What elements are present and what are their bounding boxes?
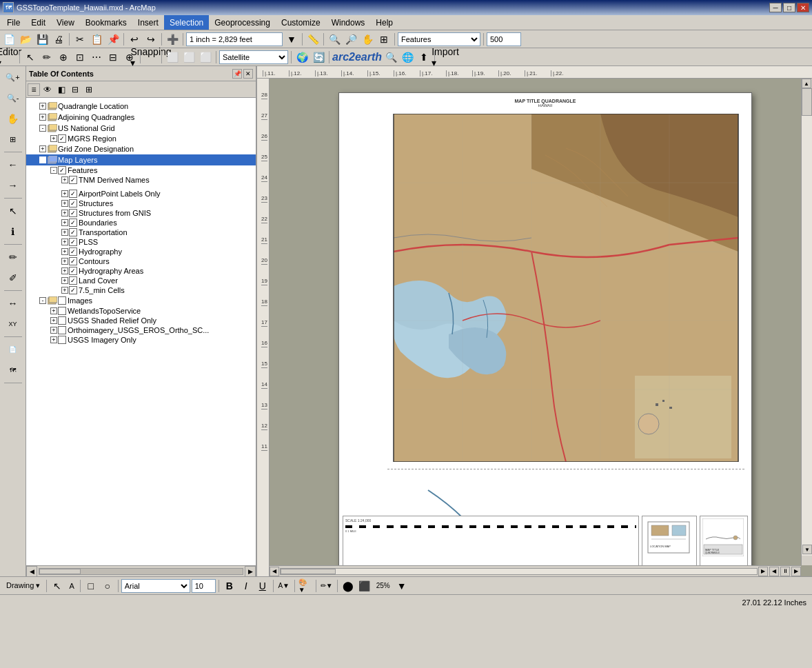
add-data-btn[interactable]: ➕ [165,32,180,47]
print-btn[interactable]: 🖨 [51,32,66,47]
full-extent-tool[interactable]: ⊞ [3,130,23,149]
expand-usgs-imagery[interactable]: + [50,336,57,343]
save-btn[interactable]: 💾 [34,32,50,47]
expand-airport[interactable]: + [61,190,68,197]
arc2earth-search[interactable]: 🔍 [383,50,398,65]
check-contours[interactable] [69,257,77,265]
check-plss[interactable] [69,238,77,246]
check-images[interactable] [58,296,66,305]
layer-map-layers[interactable]: - Map Layers [26,154,256,165]
line-color-btn[interactable]: ✏▼ [319,578,334,594]
layer-structures-gnis[interactable]: + Structures from GNIS [26,208,256,218]
layer-usgs-imagery[interactable]: + USGS Imagery Only [26,335,256,345]
scroll-down-btn[interactable]: ▼ [802,545,812,554]
draw-select-btn[interactable]: ↖ [50,578,65,594]
underline-btn[interactable]: U [255,578,270,594]
layer-wetlands[interactable]: + WetlandsTopoService [26,306,256,316]
forward-tool[interactable]: → [3,176,23,195]
draw-text-btn[interactable]: A [66,578,77,594]
toc-select-btn[interactable]: ⊟ [69,83,81,96]
layer-land-cover[interactable]: + Land Cover [26,276,256,285]
zoom-percent-dropdown[interactable]: ▼ [394,578,409,594]
select-tool[interactable]: ↖ [3,201,23,221]
sketch-tool[interactable]: ✐ [3,268,23,287]
nav-next-btn[interactable]: ▶ [791,567,801,576]
toc-scrollbar[interactable]: ◀ ▶ [26,565,256,576]
measure-btn[interactable]: 📏 [305,32,321,47]
scroll-right-map-btn[interactable]: ▶ [758,567,768,576]
nav-prev-btn[interactable]: ◀ [769,567,779,576]
layer-grid-zone[interactable]: + Grid Zone Designation [26,143,256,154]
map-scrollbar-v[interactable]: ▲ ▼ [801,79,812,565]
layer-airportpoint[interactable]: + AirportPoint Labels Only [26,189,256,199]
expand-hydro-areas[interactable]: + [61,267,68,274]
data-view-btn[interactable]: 🗺 [3,361,23,380]
full-extent-btn[interactable]: ⊞ [376,32,392,47]
layer-plss[interactable]: + PLSS [26,237,256,247]
check-tnm[interactable] [69,176,77,184]
toc-eye-btn[interactable]: 👁 [41,83,54,96]
menu-insert[interactable]: Insert [132,15,164,30]
snap-2[interactable]: ⬜ [181,50,196,65]
scroll-thumb-h[interactable] [281,569,336,574]
layer-hydro-areas[interactable]: + Hydrography Areas [26,266,256,276]
basemap-select[interactable]: Satellite [219,50,288,64]
cut-btn[interactable]: ✂ [72,32,88,47]
menu-selection[interactable]: Selection [164,15,209,30]
info-tool[interactable]: ℹ [3,222,23,241]
expand-structures[interactable]: + [61,200,68,207]
expand-map-layers[interactable]: - [39,156,46,163]
layer-tnm-derived[interactable]: + TNM Derived Names [26,175,256,185]
check-boundaries[interactable] [69,219,77,227]
expand-boundaries[interactable]: + [61,219,68,226]
scroll-up-btn[interactable]: ▲ [802,79,811,88]
drawing-label-btn[interactable]: Drawing ▾ [3,578,43,594]
zoom-out-tool[interactable]: 🔍- [3,88,23,108]
zoom-in-btn[interactable]: 🔍 [327,32,342,47]
snap-3[interactable]: ⬜ [198,50,213,65]
paste-btn[interactable]: 📌 [105,32,121,47]
scroll-right-btn[interactable]: ▶ [245,566,256,577]
arc2earth-btn-1[interactable]: 🌐 [400,50,415,65]
editor-dropdown-btn[interactable]: Editor ▾ [1,50,17,65]
menu-geoprocessing[interactable]: Geoprocessing [209,15,276,30]
menu-customize[interactable]: Customize [276,15,326,30]
italic-btn[interactable]: I [238,578,254,594]
toc-pin-btn[interactable]: 📌 [232,69,242,79]
redo-btn[interactable]: ↪ [143,32,159,47]
layer-quadrangle-location[interactable]: + Quadrangle Location [26,101,256,112]
check-usgs-imagery[interactable] [58,336,66,344]
pan-btn[interactable]: ✋ [360,32,375,47]
layer-contours[interactable]: + Contours [26,256,256,266]
check-structures-gnis[interactable] [69,209,77,217]
expand-features[interactable]: - [50,167,57,174]
fill-color-btn[interactable]: 🎨▼ [298,578,313,594]
edit-tool-1[interactable]: ↖ [23,50,38,65]
scale-dropdown[interactable]: ▼ [284,32,299,47]
map-scrollbar-h[interactable]: ◀ ▶ ◀ ⏸ ▶ [270,565,801,576]
layer-usgs-shaded[interactable]: + USGS Shaded Relief Only [26,316,256,325]
menu-view[interactable]: View [51,15,80,30]
menu-bookmarks[interactable]: Bookmarks [80,15,132,30]
font-size-input[interactable] [192,579,216,593]
layer-adjoining-quadrangles[interactable]: + Adjoining Quadrangles [26,112,256,123]
scale-input[interactable] [186,32,283,46]
layer-ortho[interactable]: + Orthoimagery_USGS_EROS_Ortho_SC... [26,325,256,335]
expand-quadrangle[interactable]: + [39,103,46,110]
expand-images[interactable]: - [39,297,46,304]
expand-mgrs[interactable]: + [50,135,57,142]
back-tool[interactable]: ← [3,155,23,174]
check-land-cover[interactable] [69,276,77,285]
open-btn[interactable]: 📂 [18,32,33,47]
toc-close-btn[interactable]: ✕ [243,69,253,79]
check-wetlands[interactable] [58,307,66,315]
check-usgs-shaded[interactable] [58,316,66,325]
check-ortho[interactable] [58,326,66,334]
zoom-in-tool[interactable]: 🔍+ [3,68,23,87]
check-transportation[interactable] [69,228,77,236]
expand-adjoining[interactable]: + [39,114,46,121]
snapping-btn[interactable]: Snapping ▾ [143,50,159,65]
copy-btn[interactable]: 📋 [89,32,104,47]
expand-land-cover[interactable]: + [61,277,68,284]
basemap-btn-1[interactable]: 🌍 [294,50,309,65]
